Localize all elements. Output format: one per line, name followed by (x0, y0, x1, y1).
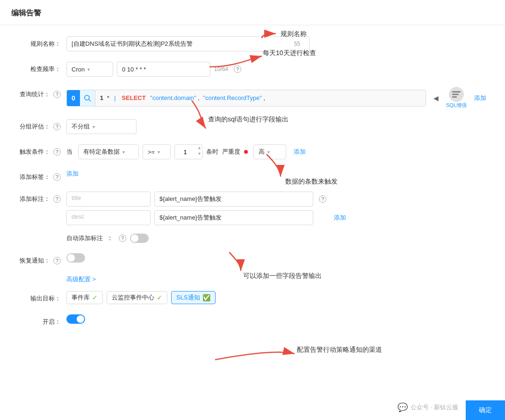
group-eval-help[interactable]: ? (53, 123, 61, 130)
trigger-content: 当 有特定条数据 ▾ >= ▾ ▲ ▼ (66, 144, 486, 159)
query-stat-row: 查询统计： ? 0 1 * | SELECT (19, 87, 486, 109)
op-arrow: ▾ (158, 149, 160, 155)
sql-enhance-btn[interactable]: SQL增强 (446, 87, 467, 109)
group-select-arrow: ▾ (93, 124, 95, 129)
query-stat-container: 0 1 * | SELECT "content.domain" , (66, 90, 426, 107)
page-title: 编辑告警 (11, 9, 41, 17)
cron-help-icon[interactable]: ? (234, 65, 241, 73)
add-tags-content: 添加 (66, 170, 486, 178)
confirm-button[interactable]: 确定 (466, 400, 505, 420)
query-prev-btn[interactable]: ◀ (430, 94, 442, 102)
cron-counter: 10/64 (214, 66, 228, 72)
enable-toggle[interactable] (66, 314, 85, 324)
output-tag-event[interactable]: 事件库 ✓ (66, 291, 103, 304)
rule-name-row: 规则名称： 55 (19, 36, 486, 51)
add-tags-row: 添加标签： ? 添加 (19, 170, 486, 181)
annotation-desc-row: desc ? 添加 (66, 210, 346, 225)
sql-enhance-label: SQL增强 (446, 102, 467, 109)
auto-annotation-row: 自动添加标注 ： ? (66, 234, 149, 243)
annotation-help[interactable]: ? (53, 195, 61, 203)
trigger-add-btn[interactable]: 添加 (294, 148, 306, 156)
auto-annotation-label: 自动添加标注 (66, 234, 103, 242)
advanced-config-content: 高级配置 > (66, 275, 486, 284)
rule-name-wrapper: 55 (66, 36, 310, 51)
trigger-when: 当 (66, 148, 72, 156)
rule-name-content: 55 (66, 36, 486, 51)
trigger-row: 当 有特定条数据 ▾ >= ▾ ▲ ▼ (66, 144, 306, 159)
count-down-arrow[interactable]: ▼ (197, 151, 202, 157)
svg-rect-4 (452, 96, 457, 98)
query-num: 0 (67, 90, 80, 106)
svg-rect-3 (452, 94, 459, 95)
check-freq-label: 检查频率： (19, 62, 61, 73)
trigger-condition-row: 触发条件： ? 当 有特定条数据 ▾ >= ▾ (19, 144, 486, 159)
recovery-notify-row: 恢复通知： ? (19, 253, 486, 265)
auto-annotation-help[interactable]: ? (119, 235, 126, 242)
query-stat-label: 查询统计： ? (19, 87, 61, 99)
group-eval-row: 分组评估： ? 不分组 ▾ (19, 119, 486, 134)
recovery-notify-content (66, 253, 486, 263)
recovery-notify-label: 恢复通知： ? (19, 253, 61, 265)
recovery-help[interactable]: ? (53, 257, 61, 264)
svg-point-0 (85, 95, 89, 100)
auto-annotation-slider (130, 234, 149, 243)
group-eval-content: 不分组 ▾ (66, 119, 486, 134)
rule-name-label: 规则名称： (19, 36, 61, 48)
annotation-title-help[interactable]: ? (319, 195, 326, 203)
output-target-label: 输出目标： (19, 291, 61, 303)
trigger-label: 触发条件： ? (19, 144, 61, 156)
query-stat-help[interactable]: ? (53, 91, 61, 98)
annotation-add-btn[interactable]: 添加 (334, 214, 346, 222)
tag-add-link[interactable]: 添加 (66, 170, 79, 178)
form-body: 规则名称： 55 检查频率： Cron ▾ (0, 25, 505, 348)
title-placeholder: title (66, 192, 151, 206)
severity-dot (244, 150, 248, 154)
enable-content (66, 314, 486, 324)
recovery-notify-slider (66, 253, 85, 263)
rule-name-input[interactable] (66, 36, 310, 51)
severity-select[interactable]: 高 ▾ (253, 144, 286, 159)
count-up-arrow[interactable]: ▲ (197, 145, 202, 151)
group-select[interactable]: 不分组 ▾ (66, 119, 137, 134)
auto-annotation-toggle[interactable] (130, 234, 149, 243)
wechat-icon: 💬 (397, 402, 408, 413)
output-tag-sls[interactable]: SLS通知 ✅ (171, 291, 216, 304)
trigger-help[interactable]: ? (53, 148, 61, 156)
enable-row: 开启： (19, 314, 486, 326)
severity-arrow: ▾ (267, 149, 270, 155)
output-1-check: ✓ (92, 294, 98, 301)
enable-slider (66, 314, 85, 324)
tag-help[interactable]: ? (53, 173, 61, 181)
add-annotation-row: 添加标注： ? title ? desc ? 添加 (19, 192, 486, 243)
trigger-tiao: 条时 (206, 148, 218, 156)
query-add-btn[interactable]: 添加 (474, 94, 486, 102)
advanced-label-spacer (19, 275, 61, 278)
output-tag-cloud[interactable]: 云监控事件中心 ✓ (107, 291, 167, 304)
annotation-title-row: title ? (66, 192, 326, 206)
add-annotation-label: 添加标注： ? (19, 192, 61, 203)
output-target-content: 事件库 ✓ 云监控事件中心 ✓ SLS通知 ✅ (66, 291, 486, 304)
sql-enhance-icon (449, 87, 464, 102)
query-search-icon[interactable] (80, 90, 95, 106)
desc-value-input[interactable] (154, 210, 313, 225)
char-count: 55 (294, 41, 300, 47)
watermark-text: 公众号 · 新钛云服 (411, 403, 458, 412)
svg-line-1 (89, 100, 91, 101)
advanced-config-link[interactable]: 高级配置 > (66, 275, 96, 284)
add-tags-label: 添加标签： ? (19, 170, 61, 181)
count-arrows: ▲ ▼ (197, 145, 202, 157)
condition-select[interactable]: 有特定条数据 ▾ (78, 144, 139, 159)
output-target-row: 输出目标： 事件库 ✓ 云监控事件中心 ✓ SLS通知 ✅ (19, 291, 486, 304)
condition-arrow: ▾ (123, 149, 125, 155)
check-freq-content: Cron ▾ 10/64 ? (66, 62, 486, 77)
cron-type-select[interactable]: Cron ▾ (66, 62, 113, 77)
cron-value-input[interactable] (117, 62, 210, 77)
recovery-notify-toggle[interactable] (66, 253, 85, 263)
op-select[interactable]: >= ▾ (143, 144, 171, 159)
freq-row-content: Cron ▾ 10/64 ? (66, 62, 241, 77)
output-3-check: ✅ (202, 294, 210, 301)
cron-type-arrow: ▾ (87, 67, 90, 72)
title-value-input[interactable] (154, 192, 313, 206)
advanced-config-row: 高级配置 > (19, 275, 486, 284)
watermark: 💬 公众号 · 新钛云服 (397, 402, 458, 413)
